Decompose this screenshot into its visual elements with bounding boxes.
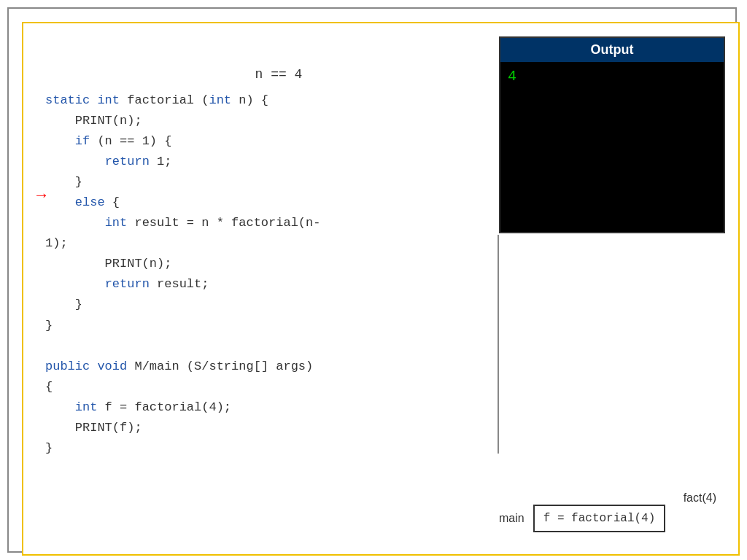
condition-display: n == 4 xyxy=(45,67,512,82)
code-line-13: public void M/main (S/string[] args) xyxy=(45,357,512,377)
stack-main-row: main f = factorial(4) xyxy=(499,505,725,532)
vertical-divider xyxy=(498,235,499,454)
inner-border: Output 4 → n == 4 static int factorial (… xyxy=(22,22,740,556)
code-line-4: return 1; xyxy=(45,152,512,172)
output-title: Output xyxy=(500,38,724,62)
code-line-8: 1); xyxy=(45,233,512,254)
code-line-11: } xyxy=(45,295,512,315)
code-line-9: PRINT(n); xyxy=(45,254,512,274)
stack-main-label: main xyxy=(499,505,527,532)
code-line-15: int f = factorial(4); xyxy=(45,397,512,418)
output-value: 4 xyxy=(500,62,724,90)
code-line-5: } xyxy=(45,172,512,192)
code-line-3: if (n == 1) { xyxy=(45,131,512,152)
code-line-blank xyxy=(45,336,512,357)
code-line-1: static int factorial (int n) { xyxy=(45,90,512,111)
code-line-17: } xyxy=(45,438,512,459)
stack-fact-row: fact(4) xyxy=(499,491,725,505)
code-block: static int factorial (int n) { PRINT(n);… xyxy=(45,90,512,459)
code-line-12: } xyxy=(45,316,512,336)
code-line-14: { xyxy=(45,377,512,397)
stack-main-content: f = factorial(4) xyxy=(543,512,656,525)
code-line-6: else { xyxy=(45,192,512,213)
stack-fact-label: fact(4) xyxy=(684,491,722,505)
outer-border: Output 4 → n == 4 static int factorial (… xyxy=(7,7,737,553)
output-panel: Output 4 xyxy=(499,36,725,233)
code-line-7: int result = n * factorial(n- xyxy=(45,213,512,233)
stack-area: fact(4) main f = factorial(4) xyxy=(499,491,725,532)
code-line-16: PRINT(f); xyxy=(45,418,512,438)
code-line-2: PRINT(n); xyxy=(45,111,512,131)
stack-main-box: f = factorial(4) xyxy=(533,505,666,532)
code-area: n == 4 static int factorial (int n) { PR… xyxy=(45,67,512,459)
code-line-10: return result; xyxy=(45,274,512,295)
